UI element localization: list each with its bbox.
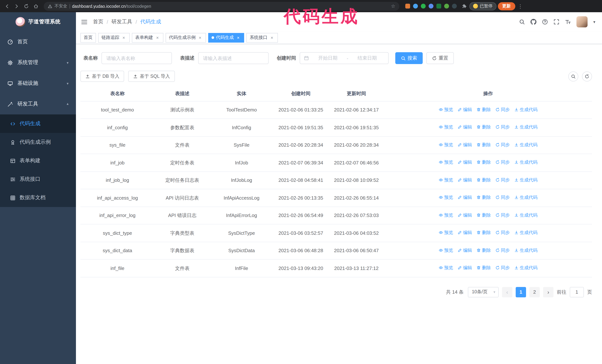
- help-icon[interactable]: [542, 19, 548, 25]
- page-button-2[interactable]: 2: [529, 287, 540, 297]
- generate-action-link[interactable]: 生成代码: [514, 141, 538, 148]
- import-sql-button[interactable]: 基于 SQL 导入: [128, 71, 175, 82]
- delete-action-link[interactable]: 删除: [476, 124, 491, 130]
- green-check-extension-icon[interactable]: [421, 4, 426, 9]
- sync-action-link[interactable]: 同步: [495, 194, 510, 201]
- breadcrumb-devtools[interactable]: 研发工具: [111, 19, 132, 25]
- table-name-input[interactable]: [101, 52, 172, 64]
- page-size-select[interactable]: 10条/页 ▾: [468, 287, 499, 297]
- refresh-button[interactable]: [582, 71, 592, 81]
- delete-action-link[interactable]: 删除: [476, 177, 491, 183]
- hamburger-icon[interactable]: [81, 19, 87, 25]
- bookmark-star-icon[interactable]: ☆: [391, 3, 395, 9]
- tab-close-icon[interactable]: ×: [197, 35, 203, 40]
- delete-action-link[interactable]: 删除: [476, 141, 491, 148]
- sidebar-item-codegen[interactable]: 代码生成: [0, 114, 76, 133]
- sidebar-item-infra[interactable]: 基础设施▾: [0, 73, 76, 94]
- edit-action-link[interactable]: 编辑: [458, 177, 472, 183]
- fullscreen-icon[interactable]: [554, 19, 559, 25]
- profile-paused-badge[interactable]: 已暂停: [469, 2, 496, 10]
- preview-action-link[interactable]: 预览: [439, 247, 453, 253]
- tab-codegen[interactable]: 代码生成×: [208, 33, 244, 42]
- next-page-button[interactable]: ›: [543, 287, 553, 297]
- water-drop-extension-icon[interactable]: [413, 4, 418, 9]
- sync-action-link[interactable]: 同步: [495, 141, 510, 148]
- generate-action-link[interactable]: 生成代码: [514, 264, 538, 271]
- orange-extension-icon[interactable]: [405, 4, 410, 9]
- sync-action-link[interactable]: 同步: [495, 177, 510, 183]
- delete-action-link[interactable]: 删除: [476, 264, 491, 271]
- goto-page-input[interactable]: [570, 287, 584, 297]
- sync-action-link[interactable]: 同步: [495, 106, 510, 113]
- breadcrumb-home[interactable]: 首页: [93, 19, 103, 25]
- tab-form-builder[interactable]: 表单构建×: [132, 33, 163, 42]
- user-avatar[interactable]: [577, 16, 588, 27]
- app-logo[interactable]: 芋道管理系统: [0, 12, 76, 31]
- security-label[interactable]: 不安全: [54, 3, 67, 9]
- tab-tracer[interactable]: 链路追踪×: [98, 33, 130, 42]
- edit-action-link[interactable]: 编辑: [458, 212, 472, 218]
- sidebar-item-db-doc[interactable]: 数据库文档: [0, 188, 76, 207]
- create-time-range-picker[interactable]: 开始日期 - 结束日期: [300, 52, 389, 64]
- generate-action-link[interactable]: 生成代码: [514, 194, 538, 201]
- tab-close-icon[interactable]: ×: [269, 35, 275, 40]
- preview-action-link[interactable]: 预览: [439, 177, 453, 183]
- delete-action-link[interactable]: 删除: [476, 229, 491, 236]
- chevron-down-icon[interactable]: ▾: [593, 20, 595, 24]
- browser-menu-icon[interactable]: ⋮: [516, 3, 524, 9]
- leaf-extension-icon[interactable]: [444, 4, 449, 9]
- edit-action-link[interactable]: 编辑: [458, 229, 472, 236]
- tab-close-icon[interactable]: ×: [236, 35, 241, 40]
- tab-close-icon[interactable]: ×: [121, 35, 126, 40]
- sync-action-link[interactable]: 同步: [495, 159, 510, 166]
- prev-page-button[interactable]: ‹: [502, 287, 512, 297]
- preview-action-link[interactable]: 预览: [439, 212, 453, 218]
- translate-extension-icon[interactable]: [436, 4, 441, 9]
- edit-action-link[interactable]: 编辑: [458, 159, 472, 166]
- sync-action-link[interactable]: 同步: [495, 229, 510, 236]
- page-button-1[interactable]: 1: [516, 287, 526, 297]
- sidebar-item-form-builder[interactable]: 表单构建: [0, 151, 76, 170]
- browser-forward-icon[interactable]: [13, 2, 21, 10]
- pawn-extension-icon[interactable]: [452, 4, 457, 9]
- sidebar-item-devtools[interactable]: 研发工具▾: [0, 94, 76, 114]
- delete-action-link[interactable]: 删除: [476, 194, 491, 201]
- preview-action-link[interactable]: 预览: [439, 264, 453, 271]
- delete-action-link[interactable]: 删除: [476, 212, 491, 218]
- toggle-search-button[interactable]: [568, 71, 578, 81]
- browser-back-icon[interactable]: [3, 2, 11, 10]
- edit-action-link[interactable]: 编辑: [458, 264, 472, 271]
- edit-action-link[interactable]: 编辑: [458, 124, 472, 130]
- browser-reload-icon[interactable]: [22, 2, 30, 10]
- date-start-placeholder[interactable]: 开始日期: [311, 55, 345, 62]
- delete-action-link[interactable]: 删除: [476, 106, 491, 113]
- sidebar-item-home[interactable]: 首页: [0, 31, 76, 52]
- edit-action-link[interactable]: 编辑: [458, 141, 472, 148]
- date-end-placeholder[interactable]: 结束日期: [350, 55, 385, 62]
- preview-action-link[interactable]: 预览: [439, 106, 453, 113]
- import-db-button[interactable]: 基于 DB 导入: [80, 71, 124, 82]
- browser-update-button[interactable]: 更新: [498, 2, 515, 10]
- sidebar-item-codegen-example[interactable]: 代码生成示例: [0, 133, 76, 151]
- table-desc-input[interactable]: [198, 52, 269, 64]
- tab-system-api[interactable]: 系统接口×: [246, 33, 278, 42]
- sync-action-link[interactable]: 同步: [495, 264, 510, 271]
- browser-home-icon[interactable]: [32, 2, 40, 10]
- extensions-puzzle-icon[interactable]: [461, 3, 468, 9]
- sync-action-link[interactable]: 同步: [495, 212, 510, 218]
- search-icon[interactable]: [519, 19, 525, 25]
- generate-action-link[interactable]: 生成代码: [514, 106, 538, 113]
- generate-action-link[interactable]: 生成代码: [514, 177, 538, 183]
- tab-close-icon[interactable]: ×: [155, 35, 160, 40]
- generate-action-link[interactable]: 生成代码: [514, 212, 538, 218]
- preview-action-link[interactable]: 预览: [439, 124, 453, 130]
- sync-action-link[interactable]: 同步: [495, 247, 510, 253]
- edit-action-link[interactable]: 编辑: [458, 106, 472, 113]
- search-button[interactable]: 搜索: [395, 52, 423, 64]
- github-icon[interactable]: [531, 19, 537, 25]
- generate-action-link[interactable]: 生成代码: [514, 159, 538, 166]
- sidebar-item-system[interactable]: 系统管理▾: [0, 52, 76, 73]
- sidebar-item-system-api[interactable]: 系统接口: [0, 170, 76, 188]
- preview-action-link[interactable]: 预览: [439, 194, 453, 201]
- tab-home[interactable]: 首页: [80, 33, 96, 42]
